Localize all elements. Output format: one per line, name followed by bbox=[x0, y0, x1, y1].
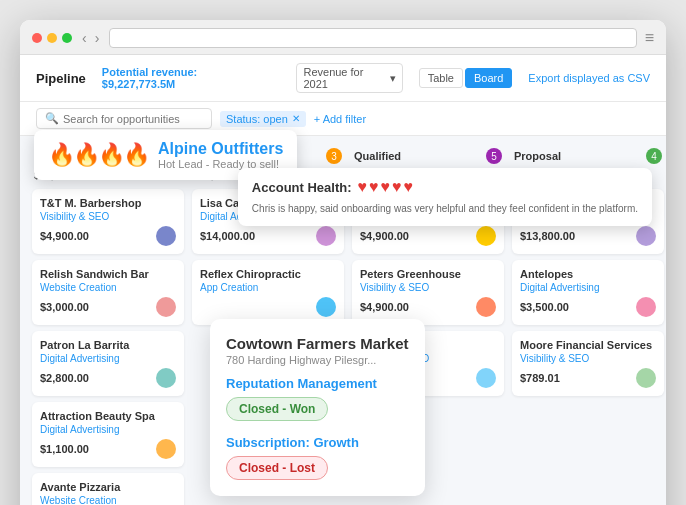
deal-footer: $2,800.00 bbox=[40, 368, 176, 388]
deal-footer: $4,900.00 bbox=[40, 226, 176, 246]
deal-service: Digital Advertising bbox=[40, 353, 176, 364]
deal-amount: $789.01 bbox=[520, 372, 560, 384]
deal-service: Digital Advertising bbox=[40, 424, 176, 435]
add-filter-button[interactable]: + Add filter bbox=[314, 113, 366, 125]
back-button[interactable]: ‹ bbox=[80, 30, 89, 46]
export-button[interactable]: Export displayed as CSV bbox=[528, 72, 650, 84]
deal-service: Visibility & SEO bbox=[40, 211, 176, 222]
cowtown-deal-2: Subscription: Growth Closed - Lost bbox=[226, 435, 409, 480]
status-badge-won: Closed - Won bbox=[226, 397, 328, 421]
col-count-qualified: 5 bbox=[486, 148, 502, 164]
col-count-contact: 3 bbox=[326, 148, 342, 164]
heart-4: ♥ bbox=[392, 178, 402, 196]
deal-amount: $3,500.00 bbox=[520, 301, 569, 313]
deal-name: Avante Pizzaria bbox=[40, 481, 176, 493]
kanban-col-lead: Lead 3 $70,000.00 T&T M. Barbershop Visi… bbox=[28, 148, 188, 505]
health-header: Account Health: ♥ ♥ ♥ ♥ ♥ bbox=[252, 178, 638, 196]
search-input[interactable] bbox=[63, 113, 203, 125]
deal-amount: $14,000.00 bbox=[200, 230, 255, 242]
deal-footer: $4,900.00 bbox=[360, 226, 496, 246]
browser-nav: ‹ › bbox=[80, 30, 101, 46]
cowtown-popup: Cowtown Farmers Market 780 Harding Highw… bbox=[210, 319, 425, 496]
deal-amount: $13,800.00 bbox=[520, 230, 575, 242]
board-view-button[interactable]: Board bbox=[465, 68, 512, 88]
remove-filter-icon[interactable]: ✕ bbox=[292, 113, 300, 124]
search-icon: 🔍 bbox=[45, 112, 59, 125]
deal-footer: $789.01 bbox=[520, 368, 656, 388]
col-title-proposal: Proposal bbox=[514, 150, 561, 162]
heart-5: ♥ bbox=[404, 178, 414, 196]
deal-amount: $4,900.00 bbox=[360, 301, 409, 313]
avatar bbox=[636, 226, 656, 246]
fire-icon: 🔥🔥🔥🔥 bbox=[48, 142, 148, 168]
view-toggles: Table Board bbox=[419, 68, 513, 88]
deal-name: T&T M. Barbershop bbox=[40, 197, 176, 209]
deal-amount: $4,900.00 bbox=[40, 230, 89, 242]
deal-service: Website Creation bbox=[40, 495, 176, 505]
revenue-selector[interactable]: Revenue for 2021 ▾ bbox=[296, 63, 402, 93]
deal-card[interactable]: Antelopes Digital Advertising $3,500.00 bbox=[512, 260, 664, 325]
deal-name: Attraction Beauty Spa bbox=[40, 410, 176, 422]
avatar bbox=[156, 439, 176, 459]
deal-amount: $4,900.00 bbox=[360, 230, 409, 242]
cowtown-deal2-name: Subscription: Growth bbox=[226, 435, 409, 450]
hot-lead-text: Alpine Outfitters Hot Lead - Ready to se… bbox=[158, 140, 283, 170]
cowtown-address: 780 Harding Highway Pilesgr... bbox=[226, 354, 409, 366]
deal-card[interactable]: Reflex Chiropractic App Creation bbox=[192, 260, 344, 325]
avatar bbox=[636, 368, 656, 388]
deal-service: Visibility & SEO bbox=[520, 353, 656, 364]
deal-card[interactable]: Moore Financial Services Visibility & SE… bbox=[512, 331, 664, 396]
heart-1: ♥ bbox=[358, 178, 368, 196]
deal-card[interactable]: Attraction Beauty Spa Digital Advertisin… bbox=[32, 402, 184, 467]
maximize-button[interactable] bbox=[62, 33, 72, 43]
status-badge-lost: Closed - Lost bbox=[226, 456, 328, 480]
deal-footer: $1,100.00 bbox=[40, 439, 176, 459]
avatar bbox=[156, 226, 176, 246]
avatar bbox=[316, 226, 336, 246]
deal-name: Reflex Chiropractic bbox=[200, 268, 336, 280]
health-label: Account Health: bbox=[252, 180, 352, 195]
table-view-button[interactable]: Table bbox=[419, 68, 463, 88]
deal-footer: $3,000.00 bbox=[40, 297, 176, 317]
deal-service: App Creation bbox=[200, 282, 336, 293]
avatar bbox=[476, 297, 496, 317]
app-header: Pipeline Potential revenue: $9,227,773.5… bbox=[20, 55, 666, 102]
avatar bbox=[636, 297, 656, 317]
deal-footer: $14,000.00 bbox=[200, 226, 336, 246]
status-filter-tag[interactable]: Status: open ✕ bbox=[220, 111, 306, 127]
heart-3: ♥ bbox=[381, 178, 391, 196]
deal-card[interactable]: Relish Sandwich Bar Website Creation $3,… bbox=[32, 260, 184, 325]
account-health-tooltip: Account Health: ♥ ♥ ♥ ♥ ♥ Chris is happy… bbox=[238, 168, 652, 226]
deal-card[interactable]: Avante Pizzaria Website Creation $500.00 bbox=[32, 473, 184, 505]
col-title-qualified: Qualified bbox=[354, 150, 401, 162]
heart-2: ♥ bbox=[369, 178, 379, 196]
menu-icon[interactable]: ≡ bbox=[645, 29, 654, 47]
deal-footer: $4,900.00 bbox=[360, 297, 496, 317]
deal-card[interactable]: Patron La Barrita Digital Advertising $2… bbox=[32, 331, 184, 396]
potential-revenue: Potential revenue: $9,227,773.5M bbox=[102, 66, 265, 90]
deal-name: Moore Financial Services bbox=[520, 339, 656, 351]
deal-card[interactable]: Peters Greenhouse Visibility & SEO $4,90… bbox=[352, 260, 504, 325]
cowtown-deal1-name: Reputation Management bbox=[226, 376, 409, 391]
health-text: Chris is happy, said onboarding was very… bbox=[252, 202, 638, 216]
deal-name: Antelopes bbox=[520, 268, 656, 280]
avatar bbox=[476, 226, 496, 246]
deal-service: Visibility & SEO bbox=[360, 282, 496, 293]
close-button[interactable] bbox=[32, 33, 42, 43]
avatar bbox=[316, 297, 336, 317]
hearts: ♥ ♥ ♥ ♥ ♥ bbox=[358, 178, 414, 196]
minimize-button[interactable] bbox=[47, 33, 57, 43]
address-bar[interactable] bbox=[109, 28, 636, 48]
deal-footer: $13,800.00 bbox=[520, 226, 656, 246]
deal-card[interactable]: T&T M. Barbershop Visibility & SEO $4,90… bbox=[32, 189, 184, 254]
search-box[interactable]: 🔍 bbox=[36, 108, 212, 129]
avatar bbox=[156, 368, 176, 388]
avatar bbox=[476, 368, 496, 388]
traffic-lights bbox=[32, 33, 72, 43]
browser-chrome: ‹ › ≡ bbox=[20, 20, 666, 55]
col-header-qualified: Qualified 5 bbox=[352, 148, 504, 164]
deal-amount: $2,800.00 bbox=[40, 372, 89, 384]
deal-amount: $3,000.00 bbox=[40, 301, 89, 313]
forward-button[interactable]: › bbox=[93, 30, 102, 46]
col-count-proposal: 4 bbox=[646, 148, 662, 164]
